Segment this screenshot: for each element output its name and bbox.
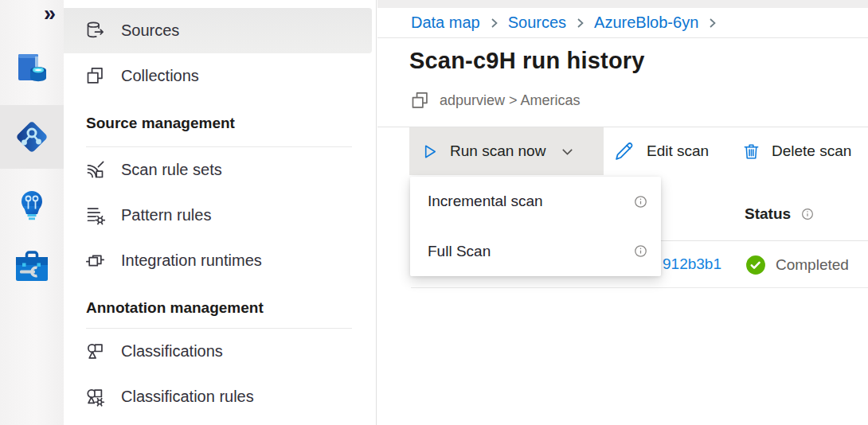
sidebar-item-label: Collections [121,67,199,85]
left-rail: » [0,0,64,425]
sidebar-item-pattern-rules[interactable]: Pattern rules [64,193,376,238]
section-header-source-management: Source management [64,113,376,134]
delete-scan-label: Delete scan [772,142,851,160]
top-strip [377,0,868,8]
delete-scan-button[interactable]: Delete scan [742,127,851,175]
classifications-icon [84,341,106,363]
collection-path-label: adpurview > Americas [440,92,581,109]
sidebar-item-classification-rules[interactable]: Classification rules [64,374,376,419]
menu-item-full-scan[interactable]: Full Scan [410,227,661,277]
sidebar-item-label: Classifications [121,342,223,361]
sidebar-item-collections[interactable]: Collections [64,53,376,99]
run-scan-now-button[interactable]: Run scan now [409,127,604,175]
breadcrumb-sources[interactable]: Sources [508,14,566,32]
pattern-rules-icon [84,205,106,227]
run-id-link[interactable]: 912b3b1 [663,255,721,273]
page-title: Scan-c9H run history [409,48,645,74]
collections-icon [409,90,431,111]
edit-scan-label: Edit scan [647,142,709,160]
breadcrumb-data-map[interactable]: Data map [411,14,480,32]
status-column-header: Status [745,205,815,223]
edit-scan-button[interactable]: Edit scan [613,127,709,175]
nav-insights-button[interactable] [0,174,64,237]
info-icon[interactable] [633,194,648,209]
info-icon[interactable] [633,244,648,259]
command-bar: Run scan now Edit scan [377,127,868,175]
integration-runtimes-icon [84,250,106,272]
purview-app: » [0,0,868,425]
collection-path: adpurview > Americas [409,89,581,111]
sidebar-item-label: Scan rule sets [121,161,222,179]
run-status-label: Completed [776,256,849,274]
menu-item-incremental-scan[interactable]: Incremental scan [410,177,661,227]
status-header-label: Status [745,205,791,223]
breadcrumb-azureblob-6yn[interactable]: AzureBlob-6yn [594,14,698,32]
chevron-right-icon [575,15,585,31]
chevron-right-icon [707,15,717,31]
pencil-icon [613,140,635,162]
nav-data-catalog-button[interactable] [0,37,64,100]
trash-icon [742,142,760,161]
sidebar-item-sources[interactable]: Sources [64,8,372,53]
chevron-down-icon [559,143,576,160]
sidebar-item-scan-rule-sets[interactable]: Scan rule sets [64,147,376,193]
breadcrumb: Data map Sources AzureBlob-6yn [377,8,868,38]
run-scan-dropdown-menu: Incremental scan Full Scan [410,177,661,276]
chevron-right-icon [489,15,499,31]
success-check-icon [745,255,766,275]
scan-rule-sets-icon [84,159,106,181]
data-catalog-icon [13,49,51,88]
sidebar-item-integration-runtimes[interactable]: Integration runtimes [64,238,376,283]
sources-icon [84,20,106,42]
main-content: Data map Sources AzureBlob-6yn Scan-c9H … [377,0,868,425]
insights-icon [13,186,51,224]
menu-item-label: Full Scan [428,243,491,260]
divider [411,287,868,288]
management-icon [13,249,51,287]
menu-item-label: Incremental scan [428,193,543,210]
sidebar-item-classifications[interactable]: Classifications [64,329,376,374]
nav-management-button[interactable] [0,236,64,300]
play-icon [420,142,439,161]
sidebar: Sources Collections Source management [64,0,377,425]
expand-rail-button[interactable]: » [44,2,54,25]
sidebar-item-label: Sources [121,21,179,40]
collections-icon [84,65,106,88]
section-header-annotation-management: Annotation management [64,298,376,318]
sidebar-item-label: Pattern rules [121,206,211,224]
data-map-icon [13,118,51,156]
run-scan-now-label: Run scan now [450,142,545,160]
nav-data-map-button[interactable] [0,105,64,169]
sidebar-item-label: Integration runtimes [121,251,262,270]
sidebar-item-label: Classification rules [121,388,254,406]
classification-rules-icon [84,386,106,408]
info-icon[interactable] [800,207,815,221]
